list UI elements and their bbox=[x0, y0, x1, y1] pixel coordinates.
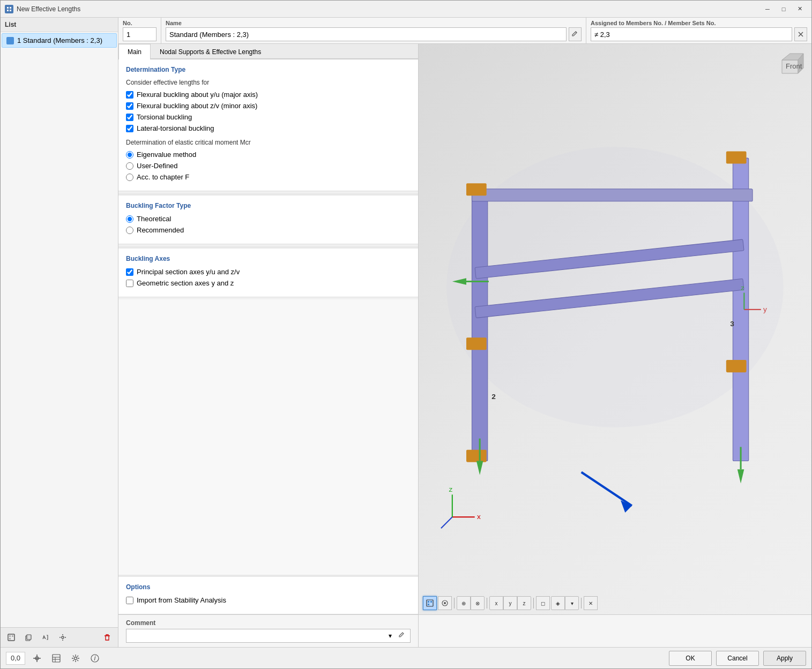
name-edit-button[interactable] bbox=[569, 27, 582, 41]
radio-btn-user-defined[interactable] bbox=[126, 162, 133, 170]
radio-user-defined: User-Defined bbox=[126, 162, 411, 170]
bottom-bar: 0,0 i OK Cancel Apply bbox=[1, 647, 811, 668]
mcr-label: Determination of elastic critical moment… bbox=[126, 139, 411, 146]
rename-button[interactable] bbox=[38, 631, 53, 644]
axis-x-btn[interactable]: x bbox=[489, 596, 503, 610]
comment-label: Comment bbox=[126, 619, 411, 627]
checkbox-principal[interactable] bbox=[126, 268, 133, 276]
svg-line-11 bbox=[576, 32, 577, 33]
radio-btn-recommended[interactable] bbox=[126, 227, 133, 234]
comment-input[interactable] bbox=[129, 632, 384, 640]
svg-rect-51 bbox=[428, 604, 429, 605]
content-area: Main Nodal Supports & Effective Lengths … bbox=[118, 44, 811, 614]
label-import-stability: Import from Stability Analysis bbox=[137, 596, 226, 604]
tabs: Main Nodal Supports & Effective Lengths bbox=[118, 44, 418, 59]
display-options-btn[interactable]: ◈ bbox=[551, 596, 565, 610]
maximize-button[interactable]: □ bbox=[776, 4, 791, 14]
comment-dropdown-btn[interactable]: ▾ bbox=[384, 630, 396, 641]
radio-recommended: Recommended bbox=[126, 226, 411, 234]
header-row: No. 1 Name Standard (Members : 2,3) bbox=[118, 18, 811, 44]
cancel-button[interactable]: Cancel bbox=[716, 651, 759, 666]
minimize-button[interactable]: ─ bbox=[760, 4, 775, 14]
checkbox-torsional[interactable] bbox=[126, 114, 133, 121]
comment-section: Comment ▾ bbox=[118, 614, 811, 647]
comment-edit-btn[interactable] bbox=[396, 630, 408, 641]
settings-button[interactable] bbox=[55, 631, 70, 644]
name-value: Standard (Members : 2,3) bbox=[169, 31, 249, 39]
add-button[interactable] bbox=[4, 631, 19, 644]
checkbox-flex-yu[interactable] bbox=[126, 91, 133, 99]
comment-right bbox=[419, 615, 811, 647]
svg-rect-4 bbox=[8, 634, 14, 641]
check-flex-yu: Flexural buckling about y/u (major axis) bbox=[126, 91, 411, 99]
apply-button[interactable]: Apply bbox=[763, 651, 806, 666]
zoom-extents-btn[interactable]: ⊕ bbox=[457, 596, 471, 610]
svg-rect-27 bbox=[726, 360, 747, 372]
label-geometric: Geometric section axes y and z bbox=[137, 279, 234, 287]
tab-main[interactable]: Main bbox=[118, 44, 151, 59]
copy-button[interactable] bbox=[21, 631, 36, 644]
view-extra-btn[interactable] bbox=[438, 596, 452, 610]
svg-rect-6 bbox=[12, 635, 13, 637]
close-button[interactable]: ✕ bbox=[792, 4, 807, 14]
checkbox-flex-zv[interactable] bbox=[126, 102, 133, 110]
checkbox-import-stability[interactable] bbox=[126, 597, 133, 604]
ok-button[interactable]: OK bbox=[669, 651, 712, 666]
svg-text:z: z bbox=[449, 485, 453, 493]
svg-text:y: y bbox=[763, 305, 767, 313]
svg-point-61 bbox=[75, 657, 77, 659]
bottom-coord-btn[interactable] bbox=[29, 652, 44, 665]
sidebar-item-label: 1 Standard (Members : 2,3) bbox=[17, 36, 102, 44]
right-panel: No. 1 Name Standard (Members : 2,3) bbox=[118, 18, 811, 647]
svg-rect-48 bbox=[427, 600, 433, 606]
structure-svg: x z 3 2 y z bbox=[419, 44, 811, 614]
radio-btn-eigenvalue[interactable] bbox=[126, 151, 133, 159]
display-dropdown-btn[interactable]: ▾ bbox=[565, 596, 579, 610]
view-mode-btn[interactable]: ◻ bbox=[536, 596, 550, 610]
axis-z-btn[interactable]: z bbox=[517, 596, 531, 610]
assigned-clear-button[interactable] bbox=[794, 27, 807, 41]
svg-rect-7 bbox=[9, 638, 11, 640]
checkbox-geometric[interactable] bbox=[126, 280, 133, 287]
title-controls: ─ □ ✕ bbox=[760, 4, 807, 14]
name-input[interactable]: Standard (Members : 2,3) bbox=[166, 27, 567, 41]
svg-rect-50 bbox=[430, 601, 432, 603]
svg-rect-28 bbox=[466, 450, 487, 462]
svg-rect-0 bbox=[7, 7, 9, 9]
label-principal: Principal section axes y/u and z/v bbox=[137, 268, 240, 276]
label-flex-yu: Flexural buckling about y/u (major axis) bbox=[137, 91, 258, 99]
sidebar-footer bbox=[1, 627, 118, 647]
bottom-table-btn[interactable] bbox=[49, 652, 64, 665]
axis-y-btn[interactable]: y bbox=[503, 596, 517, 610]
zoom-out-btn[interactable]: ⊗ bbox=[471, 596, 485, 610]
form-area: Main Nodal Supports & Effective Lengths … bbox=[118, 44, 419, 614]
svg-line-42 bbox=[582, 472, 632, 506]
buckling-axes-title: Buckling Axes bbox=[126, 255, 411, 262]
svg-rect-24 bbox=[466, 183, 487, 196]
check-import-stability: Import from Stability Analysis bbox=[126, 596, 411, 604]
check-principal: Principal section axes y/u and z/v bbox=[126, 268, 411, 276]
sidebar-item[interactable]: 1 Standard (Members : 2,3) bbox=[2, 33, 117, 48]
bottom-info-btn[interactable]: i bbox=[87, 652, 102, 665]
radio-btn-acc-chapter[interactable] bbox=[126, 174, 133, 181]
assigned-input[interactable]: ≠ 2,3 bbox=[591, 27, 792, 41]
coord-value: 0,0 bbox=[11, 654, 20, 662]
app-icon bbox=[5, 5, 13, 13]
reset-view-btn[interactable]: ✕ bbox=[584, 596, 598, 610]
check-lateral: Lateral-torsional buckling bbox=[126, 124, 411, 132]
svg-rect-5 bbox=[9, 635, 11, 637]
tab-nodal[interactable]: Nodal Supports & Effective Lengths bbox=[151, 44, 270, 59]
svg-rect-1 bbox=[10, 7, 11, 9]
consider-label: Consider effective lengths for bbox=[126, 79, 411, 86]
delete-button[interactable] bbox=[100, 631, 115, 644]
radio-btn-theoretical[interactable] bbox=[126, 215, 133, 223]
radio-theoretical: Theoretical bbox=[126, 215, 411, 223]
display-group: ◈ ▾ bbox=[551, 596, 579, 610]
bottom-settings-btn[interactable] bbox=[68, 652, 83, 665]
svg-rect-26 bbox=[466, 337, 487, 350]
checkbox-lateral[interactable] bbox=[126, 125, 133, 132]
no-input[interactable]: 1 bbox=[123, 27, 157, 41]
svg-rect-2 bbox=[7, 10, 9, 11]
view-toolbar: ⊕ ⊗ x y z ◻ ◈ bbox=[423, 596, 807, 610]
view-render-btn[interactable] bbox=[423, 596, 437, 610]
